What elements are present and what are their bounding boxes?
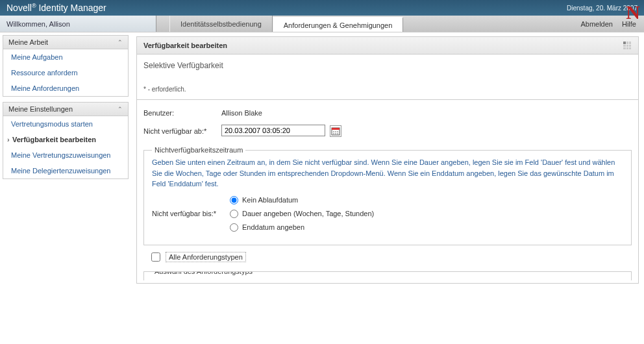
- sidebar-section-settings: Meine Einstellungen ⌃ Vertretungsmodus s…: [3, 102, 129, 179]
- sidebar-item-delegate-assignments[interactable]: Meine Delegiertenzuweisungen: [3, 163, 128, 178]
- type-selection-legend: Auswahl des Anforderungstyps: [152, 271, 255, 275]
- svg-rect-7: [626, 47, 628, 49]
- svg-rect-0: [623, 42, 626, 44]
- unavailable-from-label: Nicht verfügbar ab:*: [143, 127, 221, 135]
- radio-duration[interactable]: Dauer angeben (Wochen, Tage, Stunden): [230, 210, 374, 218]
- panel-title-bar: Verfügbarkeit bearbeiten: [137, 37, 638, 55]
- svg-rect-5: [629, 45, 631, 47]
- unavailable-until-label: Nicht verfügbar bis:*: [152, 210, 230, 217]
- sidebar-header-settings[interactable]: Meine Einstellungen ⌃: [3, 103, 128, 116]
- period-legend: Nichtverfügbarkeitszeitraum: [152, 146, 245, 154]
- svg-rect-8: [629, 47, 631, 49]
- svg-point-13: [335, 131, 336, 132]
- sidebar: Meine Arbeit ⌃ Meine Aufgaben Ressource …: [0, 32, 131, 288]
- sidebar-item-proxy-assignments[interactable]: Meine Vertretungszuweisungen: [3, 147, 128, 163]
- until-radio-group: Kein Ablaufdatum Dauer angeben (Wochen, …: [230, 196, 374, 232]
- logout-link[interactable]: Abmelden: [580, 20, 613, 28]
- layout-grid-icon[interactable]: [623, 41, 632, 50]
- panel-subtitle: Selektive Verfügbarkeit: [143, 61, 632, 70]
- sidebar-section-work: Meine Arbeit ⌃ Meine Aufgaben Ressource …: [3, 35, 129, 97]
- type-selection-fieldset: Auswahl des Anforderungstyps: [143, 271, 632, 280]
- user-label: Benutzer:: [143, 109, 221, 117]
- sidebar-item-proxy-mode[interactable]: Vertretungsmodus starten: [3, 116, 128, 132]
- sidebar-item-my-requests[interactable]: Meine Anforderungen: [3, 80, 128, 96]
- main-panel: Verfügbarkeit bearbeiten Selektive Verfü…: [136, 36, 639, 284]
- tab-identity[interactable]: Identitätsselbstbedienung: [169, 16, 273, 32]
- svg-point-16: [335, 133, 336, 134]
- all-types-row: Alle Anforderungstypen: [143, 245, 632, 269]
- all-types-checkbox[interactable]: [151, 252, 160, 262]
- calendar-icon[interactable]: [330, 125, 341, 137]
- svg-rect-6: [623, 47, 626, 49]
- user-value: Allison Blake: [221, 109, 262, 117]
- sub-header: Willkommen, Allison N Identitätsselbstbe…: [0, 16, 644, 32]
- unavailable-from-input[interactable]: [221, 125, 325, 136]
- radio-no-expiry[interactable]: Kein Ablaufdatum: [230, 196, 374, 204]
- svg-point-15: [333, 133, 334, 134]
- radio-enddate[interactable]: Enddatum angeben: [230, 223, 374, 232]
- chevron-up-icon: ⌃: [118, 106, 123, 112]
- app-header: Novell® Identity Manager Dienstag, 20. M…: [0, 0, 644, 16]
- unavailable-until-row: Nicht verfügbar bis:* Kein Ablaufdatum D…: [152, 196, 623, 232]
- novell-n-logo: N: [626, 1, 640, 23]
- radio-duration-input[interactable]: [230, 210, 238, 218]
- svg-point-12: [333, 131, 334, 132]
- welcome-text: Willkommen, Allison: [0, 16, 156, 32]
- user-row: Benutzer: Allison Blake: [143, 109, 632, 117]
- period-fieldset: Nichtverfügbarkeitszeitraum Geben Sie un…: [143, 150, 632, 245]
- svg-rect-2: [629, 42, 631, 44]
- sidebar-item-my-tasks[interactable]: Meine Aufgaben: [3, 49, 128, 65]
- panel-title: Verfügbarkeit bearbeiten: [143, 42, 227, 49]
- tab-bar: N Identitätsselbstbedienung Anforderunge…: [156, 16, 644, 32]
- sidebar-item-edit-availability[interactable]: Verfügbarkeit bearbeiten: [3, 132, 128, 147]
- all-types-label: Alle Anforderungstypen: [166, 252, 246, 262]
- radio-enddate-input[interactable]: [230, 223, 238, 232]
- panel-body: Benutzer: Allison Blake Nicht verfügbar …: [137, 100, 638, 283]
- tab-requests[interactable]: Anforderungen & Genehmigungen: [273, 17, 404, 32]
- period-help-text: Geben Sie unten einen Zeitraum an, in de…: [152, 157, 623, 190]
- svg-rect-10: [332, 128, 340, 130]
- sidebar-header-work[interactable]: Meine Arbeit ⌃: [3, 36, 128, 49]
- unavailable-from-row: Nicht verfügbar ab:*: [143, 125, 632, 137]
- content-area: Verfügbarkeit bearbeiten Selektive Verfü…: [131, 32, 644, 288]
- svg-point-14: [337, 131, 338, 132]
- sidebar-item-request-resource[interactable]: Ressource anfordern: [3, 65, 128, 80]
- svg-rect-1: [626, 42, 628, 44]
- svg-rect-3: [623, 45, 626, 47]
- chevron-up-icon: ⌃: [118, 39, 123, 45]
- svg-point-17: [337, 133, 338, 134]
- panel-subheader: Selektive Verfügbarkeit * - erforderlich…: [137, 55, 638, 100]
- radio-no-expiry-input[interactable]: [230, 196, 238, 204]
- app-title: Novell® Identity Manager: [6, 3, 106, 13]
- required-note: * - erforderlich.: [143, 86, 632, 93]
- svg-rect-4: [626, 45, 628, 47]
